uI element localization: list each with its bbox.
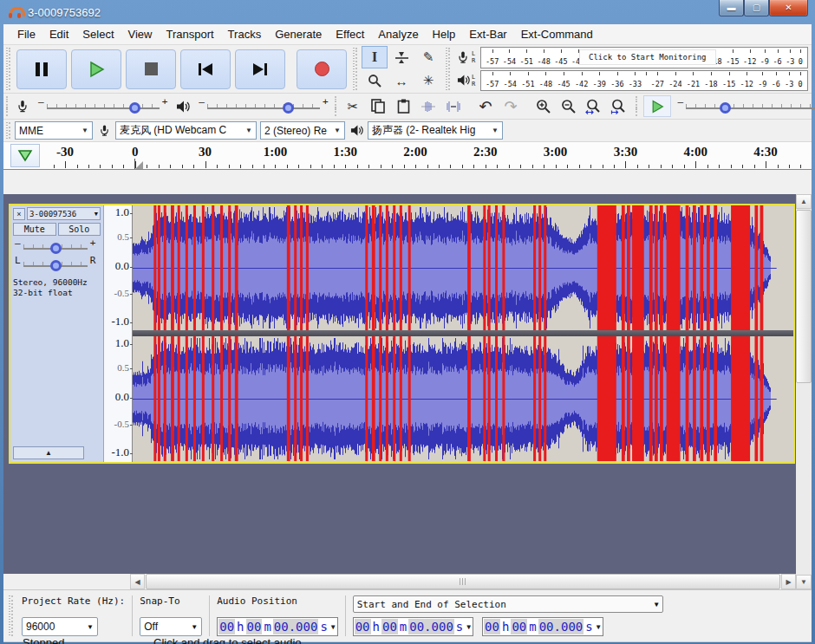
mute-button[interactable]: Mute (13, 223, 56, 236)
paste-button[interactable] (392, 95, 415, 117)
copy-button[interactable] (367, 95, 390, 117)
trim-audio-button[interactable] (417, 95, 440, 117)
zoom-tool-button[interactable] (362, 69, 388, 92)
audio-position-field[interactable]: 00h00m00.000s▼ (217, 617, 337, 636)
menu-item-effect[interactable]: Effect (329, 25, 371, 43)
tools-toolbar-grip[interactable] (353, 48, 357, 90)
solo-button[interactable]: Solo (58, 223, 101, 236)
play-speed-thumb[interactable] (720, 102, 731, 114)
selection-tool-icon: I (372, 49, 378, 66)
envelope-tool-button[interactable] (388, 46, 414, 68)
mixer-toolbar-grip[interactable] (6, 96, 8, 116)
snap-to-select[interactable]: Off▼ (140, 617, 202, 636)
maximize-button[interactable]: ▢ (744, 0, 769, 16)
menu-item-help[interactable]: Help (426, 25, 463, 43)
host-select[interactable]: MME▼ (15, 121, 93, 140)
skip-to-start-button[interactable] (180, 49, 231, 89)
horizontal-scrollbar[interactable]: ◀ ▶ (3, 574, 796, 589)
scroll-up-button[interactable]: ▲ (796, 194, 812, 209)
waveform-channel-left[interactable] (133, 205, 792, 330)
recording-meter[interactable]: LR -57-54-51-48-45-42-39-36-33-30-27-24-… (454, 47, 808, 68)
menu-item-ext-command[interactable]: Ext-Command (514, 25, 600, 43)
vertical-ruler[interactable]: 1.00.50.0-0.5-1.0 1.00.50.0-0.5-1.0 (104, 205, 133, 462)
cut-button[interactable]: ✂ (342, 95, 365, 117)
meter-toolbar-grip[interactable] (446, 48, 450, 90)
menu-item-edit[interactable]: Edit (42, 25, 75, 43)
audio-position-label: Audio Position (217, 595, 337, 607)
device-toolbar-grip[interactable] (6, 122, 10, 139)
recording-meter-scale[interactable]: -57-54-51-48-45-42-39-36-33-30-27-24-21-… (480, 47, 808, 68)
menu-item-transport[interactable]: Transport (159, 25, 220, 43)
draw-tool-button[interactable]: ✎ (415, 46, 441, 68)
time-shift-tool-button[interactable]: ↔ (388, 69, 414, 92)
track-close-button[interactable]: × (13, 208, 25, 220)
vertical-scroll-thumb[interactable] (796, 210, 812, 383)
playhead-marker (135, 161, 143, 169)
menu-item-ext-bar[interactable]: Ext-Bar (462, 25, 513, 43)
playback-volume-thumb[interactable] (283, 102, 294, 114)
play-at-speed-button[interactable] (643, 95, 671, 117)
undo-button[interactable]: ↶ (474, 95, 498, 117)
pause-button[interactable] (16, 49, 67, 89)
edit-toolbar-grip[interactable] (335, 96, 336, 116)
vertical-scrollbar[interactable]: ▲ ▼ (796, 194, 812, 589)
playback-meter[interactable]: LR -57-54-51-48-45-42-39-36-33-27-24-21-… (454, 70, 808, 92)
scroll-right-button[interactable]: ▶ (781, 574, 796, 589)
menu-item-view[interactable]: View (121, 25, 160, 43)
title-bar[interactable]: 3-0009753692 ▬ ▢ ✕ (0, 0, 815, 24)
play-button[interactable] (71, 49, 121, 89)
playback-device-select[interactable]: 扬声器 (2- Realtek Hig▼ (368, 121, 503, 140)
track-collapse-button[interactable]: ▲ (13, 446, 84, 459)
waveform-channel-right[interactable] (133, 336, 792, 461)
menu-item-tracks[interactable]: Tracks (221, 25, 269, 43)
transport-toolbar-grip[interactable] (6, 48, 10, 90)
start-monitoring-button[interactable]: Click to Start Monitoring (579, 49, 716, 65)
silence-audio-button[interactable] (442, 95, 466, 117)
menu-item-analyze[interactable]: Analyze (371, 25, 425, 43)
close-button[interactable]: ✕ (769, 0, 808, 16)
timeline-label: 2:30 (473, 145, 498, 159)
zoom-selection-button[interactable] (582, 95, 605, 117)
selection-mode-select[interactable]: Start and End of Selection▼ (353, 595, 663, 613)
gain-thumb[interactable] (50, 243, 62, 254)
project-rate-select[interactable]: 96000▼ (22, 617, 98, 636)
play-at-speed-toolbar-grip[interactable] (636, 96, 637, 116)
track-area[interactable]: × 3-00097536▼ Mute Solo – + L (3, 194, 812, 589)
record-button[interactable] (297, 49, 347, 89)
timeline-ruler[interactable]: -300301:001:302:002:303:003:304:004:30 (3, 142, 812, 170)
pin-playhead-button[interactable] (10, 144, 40, 167)
redo-button[interactable]: ↷ (499, 95, 523, 117)
recording-volume-mic-icon (14, 99, 31, 114)
track-title-menu[interactable]: 3-00097536▼ (27, 207, 101, 220)
scroll-left-button[interactable]: ◀ (130, 574, 145, 589)
horizontal-scroll-thumb[interactable] (146, 574, 780, 589)
multi-tool-button[interactable]: ✳ (415, 69, 441, 92)
recording-volume-thumb[interactable] (129, 102, 140, 114)
playback-volume-slider[interactable]: – + (199, 101, 328, 113)
menu-item-select[interactable]: Select (75, 25, 121, 43)
selection-toolbar-grip[interactable] (9, 595, 13, 636)
selection-end-field[interactable]: 00h00m00.000s▼ (482, 617, 603, 636)
recording-device-select[interactable]: 麦克风 (HD Webcam C▼ (115, 121, 257, 140)
waveform-display[interactable] (133, 205, 793, 462)
play-speed-slider[interactable]: – + (678, 101, 815, 113)
skip-to-end-button[interactable] (235, 49, 285, 89)
pan-thumb[interactable] (50, 260, 62, 271)
zoom-in-button[interactable] (531, 95, 555, 117)
zoom-fit-project-button[interactable] (607, 95, 630, 117)
pan-slider[interactable]: L R (13, 258, 101, 270)
playback-meter-scale[interactable]: -57-54-51-48-45-42-39-36-33-27-24-21-18-… (480, 70, 808, 92)
minimize-button[interactable]: ▬ (719, 0, 744, 16)
menu-item-generate[interactable]: Generate (268, 25, 329, 43)
gain-slider[interactable]: – + (13, 241, 101, 253)
channel-divider[interactable] (133, 330, 793, 336)
scroll-down-button[interactable]: ▼ (796, 575, 812, 589)
recording-volume-slider[interactable]: – + (38, 101, 167, 113)
selection-tool-button[interactable]: I (362, 46, 388, 68)
selection-start-field[interactable]: 00h00m00.000s▼ (353, 617, 473, 636)
menu-item-file[interactable]: File (10, 25, 42, 43)
close-icon: ✕ (785, 3, 792, 12)
stop-button[interactable] (126, 49, 176, 89)
zoom-out-button[interactable] (557, 95, 580, 117)
recording-channels-select[interactable]: 2 (Stereo) Re▼ (260, 121, 345, 140)
